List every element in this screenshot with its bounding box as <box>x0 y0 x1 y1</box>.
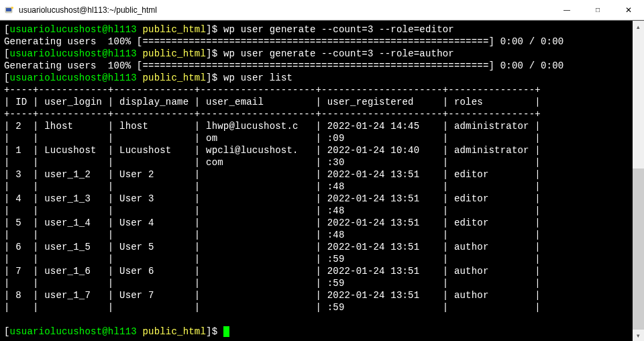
putty-icon <box>4 5 15 15</box>
terminal-output[interactable]: [usuariolucushost@hl113 public_html]$ wp… <box>0 21 633 341</box>
svg-rect-1 <box>6 8 11 11</box>
close-button[interactable]: ✕ <box>613 0 644 19</box>
minimize-button[interactable]: — <box>551 0 582 19</box>
scroll-down-icon[interactable]: ▾ <box>633 330 644 341</box>
window-titlebar: usuariolucushost@hl113:~/public_html — □… <box>0 0 644 20</box>
scroll-up-icon[interactable]: ▴ <box>633 21 644 32</box>
scroll-thumb[interactable] <box>633 168 644 341</box>
window-controls: — □ ✕ <box>551 0 644 19</box>
terminal-container: [usuariolucushost@hl113 public_html]$ wp… <box>0 20 644 341</box>
maximize-button[interactable]: □ <box>582 0 613 19</box>
window-title: usuariolucushost@hl113:~/public_html <box>19 5 551 15</box>
scrollbar-vertical[interactable]: ▴ ▾ <box>633 21 644 341</box>
